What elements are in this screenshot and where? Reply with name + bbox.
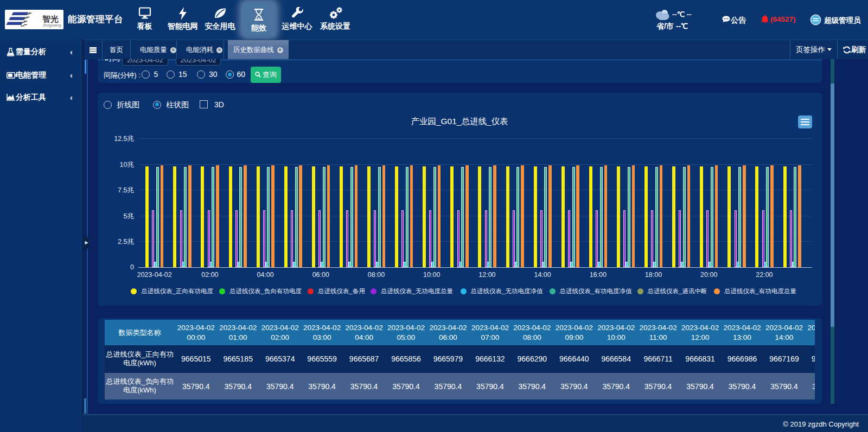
svg-text:Zhiguang: Zhiguang — [43, 23, 61, 28]
svg-text:智光: 智光 — [42, 14, 59, 23]
